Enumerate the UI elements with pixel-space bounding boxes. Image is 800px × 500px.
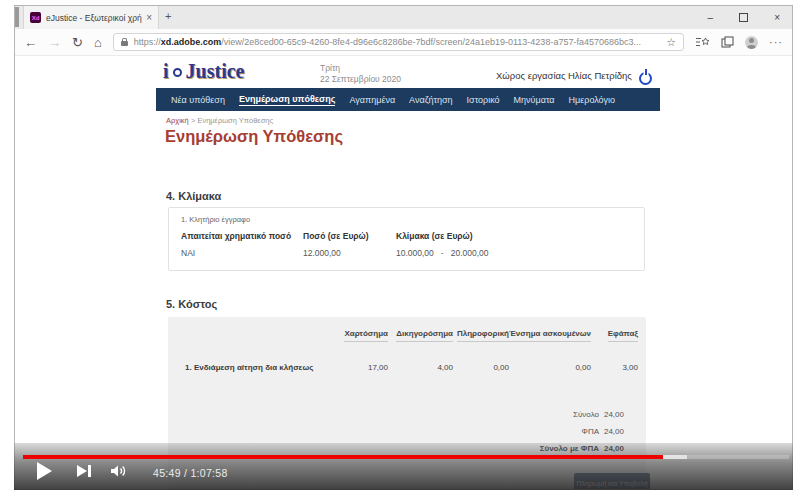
bookmark-star-icon[interactable]: ☆ (666, 36, 676, 49)
scale-required-value: ΝΑΙ (181, 248, 195, 258)
nav-item-update-case[interactable]: Ενημέρωση υπόθεσης (239, 94, 336, 106)
time-display: 45:49 / 1:07:58 (153, 467, 228, 479)
browser-window: Xd eJustice - Εξωτερικοί χρήστες × + – ×… (14, 5, 793, 490)
page-title: Ενημέρωση Υπόθεσης (165, 127, 343, 146)
cost-row-label: 1. Ενδιάμεση αίτηση δια κλήσεως (185, 363, 313, 372)
total-label: Σύνολο (573, 410, 599, 419)
tab-title: eJustice - Εξωτερικοί χρήστες (46, 13, 142, 23)
scale-dash: - (441, 248, 444, 258)
nav-item-search[interactable]: Αναζήτηση (409, 95, 452, 105)
back-icon[interactable]: ← (24, 36, 37, 49)
close-button[interactable]: × (774, 12, 780, 23)
play-icon[interactable] (37, 462, 52, 480)
total-value: 24,00 (604, 410, 624, 419)
address-bar[interactable]: https://xd.adobe.com/view/2e8ced00-65c9-… (113, 33, 684, 51)
logo-i: i (163, 60, 169, 82)
url-path: /view/2e8ced00-65c9-4260-8fe4-d96e6c8286… (221, 37, 641, 47)
ijustice-logo: iJustice (163, 60, 244, 83)
date-weekday: Τρίτη (320, 63, 401, 74)
minimize-button[interactable]: – (708, 12, 714, 23)
adobe-xd-icon: Xd (30, 12, 41, 23)
logo-ring-icon (173, 68, 182, 77)
nav-item-favorites[interactable]: Αγαπημένα (349, 95, 395, 105)
section-cost-heading: 5. Κόστος (166, 298, 217, 310)
breadcrumb-separator: > (191, 116, 195, 125)
tab-close-icon[interactable]: × (146, 12, 152, 23)
next-icon[interactable] (77, 465, 91, 477)
breadcrumb: Αρχική > Ενημέρωση Υπόθεσης (166, 116, 273, 125)
scale-max: 20.000,00 (451, 248, 489, 258)
date-full: 22 Σεπτεμβρίου 2020 (320, 74, 401, 85)
nav-item-new-case[interactable]: Νέα υπόθεση (171, 95, 225, 105)
cost-value-1: 17,00 (368, 363, 388, 372)
scale-range-value: 10.000,00-20.000,00 (396, 248, 489, 258)
current-date: Τρίτη 22 Σεπτεμβρίου 2020 (320, 63, 401, 85)
scale-amount-value: 12.000,00 (303, 248, 341, 258)
scale-item-title: 1. Κλητήριο έγγραφο (181, 215, 250, 224)
cost-value-3: 0,00 (493, 363, 509, 372)
restore-button[interactable] (739, 13, 748, 22)
profile-avatar-icon[interactable] (745, 36, 758, 49)
cost-value-5: 3,00 (622, 363, 638, 372)
video-player-bar: 45:49 / 1:07:58 (14, 443, 793, 490)
cost-col-efapax: Εφάπαξ (608, 329, 638, 342)
url-text: https://xd.adobe.com/view/2e8ced00-65c9-… (134, 37, 660, 47)
cost-col-ensima: Ένσημα ασκουμένων (509, 329, 591, 342)
url-domain: xd.adobe.com (161, 37, 222, 47)
scale-card: 1. Κλητήριο έγγραφο Απαιτείται χρηματικό… (168, 207, 645, 271)
logo-justice: Justice (186, 60, 245, 82)
tab-bar: Xd eJustice - Εξωτερικοί χρήστες × + – × (15, 6, 792, 29)
lock-icon (121, 41, 128, 46)
page-content: iJustice Τρίτη 22 Σεπτεμβρίου 2020 Χώρος… (15, 56, 792, 489)
cost-col-pliroforiki: Πληροφορική (457, 329, 509, 342)
favorites-bar-icon[interactable] (695, 36, 710, 48)
breadcrumb-current: Ενημέρωση Υπόθεσης (197, 116, 273, 125)
scale-min: 10.000,00 (396, 248, 434, 258)
cost-value-4: 0,00 (575, 363, 591, 372)
power-logout-icon[interactable] (639, 72, 652, 85)
browser-toolbar: ← → ↻ ⌂ https://xd.adobe.com/view/2e8ced… (15, 29, 792, 56)
home-icon[interactable]: ⌂ (94, 35, 102, 50)
browser-tab[interactable]: Xd eJustice - Εξωτερικοί χρήστες × (23, 6, 159, 29)
scale-col-scale: Κλίμακα (σε Ευρώ) (396, 231, 473, 241)
cost-col-dikigorosima: Δικηγορόσημα (396, 329, 453, 342)
section-scale-heading: 4. Κλίμακα (166, 190, 221, 202)
progress-track[interactable] (23, 455, 789, 459)
nav-item-calendar[interactable]: Ημερολόγιο (569, 95, 616, 105)
more-menu-icon[interactable]: ··· (769, 36, 783, 48)
forward-icon[interactable]: → (48, 36, 61, 49)
scale-col-amount: Ποσό (σε Ευρώ) (303, 231, 369, 241)
volume-icon[interactable] (110, 464, 128, 482)
main-nav: Νέα υπόθεση Ενημέρωση υπόθεσης Αγαπημένα… (156, 88, 660, 111)
url-protocol: https:// (134, 37, 161, 47)
nav-item-history[interactable]: Ιστορικό (467, 95, 500, 105)
cost-value-2: 4,00 (437, 363, 453, 372)
breadcrumb-home-link[interactable]: Αρχική (166, 116, 189, 125)
progress-played (23, 455, 663, 459)
vat-label: ΦΠΑ (582, 427, 600, 436)
collections-icon[interactable] (721, 36, 734, 48)
scale-col-required: Απαιτείται χρηματικό ποσό (181, 231, 291, 241)
window-edge-nub (15, 7, 19, 27)
user-name[interactable]: Ηλίας Πετρίδης (568, 70, 632, 81)
vat-value: 24,00 (604, 427, 624, 436)
new-tab-button[interactable]: + (165, 10, 171, 22)
nav-item-messages[interactable]: Μηνύματα (514, 95, 555, 105)
refresh-icon[interactable]: ↻ (72, 36, 83, 49)
cost-col-hartosima: Χαρτόσημα (344, 329, 388, 342)
workspace-link[interactable]: Χώρος εργασίας (496, 70, 566, 81)
